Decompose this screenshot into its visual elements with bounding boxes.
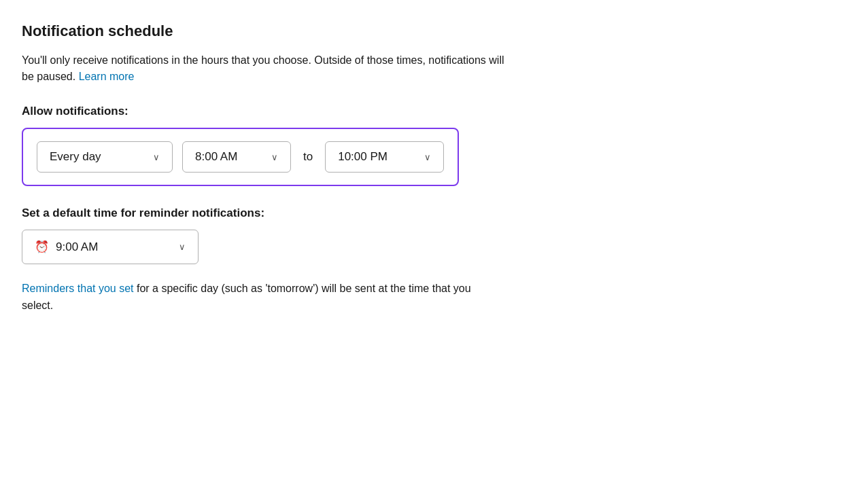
reminder-time-value: 9:00 AM [56,240,98,254]
learn-more-link[interactable]: Learn more [79,71,135,82]
reminder-note: Reminders that you set for a specific da… [22,281,498,314]
end-time-dropdown[interactable]: 10:00 PM ∨ [325,141,444,173]
start-time-chevron: ∨ [271,152,278,162]
to-label: to [300,150,315,164]
end-time-chevron: ∨ [424,152,431,162]
start-time-value: 8:00 AM [195,150,237,164]
reminder-chevron: ∨ [179,242,186,252]
start-time-dropdown[interactable]: 8:00 AM ∨ [182,141,291,173]
main-container: Notification schedule You'll only receiv… [0,0,530,336]
day-dropdown-chevron: ∨ [153,152,160,162]
reminder-time-dropdown[interactable]: ⏰ 9:00 AM ∨ [22,230,199,264]
day-dropdown[interactable]: Every day ∨ [37,141,173,173]
schedule-box: Every day ∨ 8:00 AM ∨ to 10:00 PM ∨ [22,128,459,186]
reminder-inner: ⏰ 9:00 AM [35,240,98,254]
description-text: You'll only receive notifications in the… [22,52,509,86]
clock-icon: ⏰ [35,240,49,254]
reminder-label: Set a default time for reminder notifica… [22,206,509,220]
page-title: Notification schedule [22,22,509,41]
allow-notifications-label: Allow notifications: [22,105,509,118]
reminder-note-link[interactable]: Reminders that you set [22,283,134,294]
day-dropdown-value: Every day [50,150,101,164]
end-time-value: 10:00 PM [338,150,388,164]
